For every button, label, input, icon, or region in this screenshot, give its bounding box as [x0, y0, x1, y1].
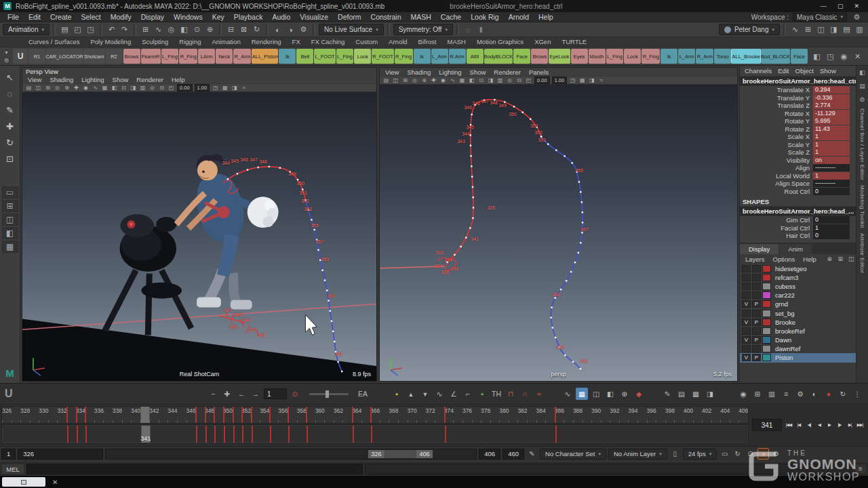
shelf-button-l-arm[interactable]: L_Arm — [678, 49, 695, 64]
snap-grid-icon[interactable]: ⊞ — [140, 24, 151, 35]
flat-tangent-icon[interactable]: ⌐ — [462, 388, 474, 400]
hik-icon[interactable]: ◉ — [838, 51, 850, 62]
viewport-toolbar-icon[interactable]: ◳ — [211, 84, 220, 92]
layer-row-piston[interactable]: VPPiston — [740, 353, 856, 362]
step-back-frame-button[interactable]: ◀| — [804, 420, 814, 430]
paint-select-tool[interactable]: ✎ — [2, 102, 18, 117]
menu-item-select[interactable]: Select — [77, 13, 106, 21]
keyframe-marker[interactable] — [214, 407, 215, 423]
channel-value-field[interactable]: 5.695 — [813, 117, 850, 125]
layer-editor-tab-anim[interactable]: Anim — [779, 244, 812, 254]
layer-row-set-bg[interactable]: set_bg — [740, 308, 856, 317]
layer-visibility-toggle[interactable] — [742, 327, 751, 335]
keyframe-marker[interactable] — [223, 407, 224, 423]
play-backwards-button[interactable]: ◀ — [814, 420, 824, 430]
shelf-button-r-arm[interactable]: R_Arm — [696, 49, 713, 64]
shelf-button-r2[interactable]: R2 — [106, 49, 123, 64]
viewport-toolbar-icon[interactable]: ◳ — [568, 77, 577, 84]
save-scene-icon[interactable]: ◳ — [85, 24, 96, 35]
playblast-icon[interactable]: ◉ — [737, 388, 749, 400]
layer-color-swatch[interactable] — [762, 345, 771, 352]
menu-item-file[interactable]: File — [3, 13, 24, 21]
range-slider[interactable]: 326 406 — [105, 449, 477, 460]
layer-color-swatch[interactable] — [762, 291, 771, 299]
close-shelf-icon[interactable]: ✕ — [852, 51, 863, 62]
shelf-button-ik[interactable]: Ik — [660, 49, 677, 64]
set-key-icon[interactable]: ◆ — [633, 388, 645, 400]
shelf-button-larm[interactable]: LArm — [198, 49, 215, 64]
auto-tangent-icon[interactable]: ≈ — [533, 388, 545, 400]
shelf-tab-motion-graphics[interactable]: Motion Graphics — [471, 37, 529, 47]
keyframe-marker[interactable] — [270, 426, 271, 443]
viewport-toolbar-icon[interactable]: ◎ — [53, 84, 62, 92]
record-icon[interactable]: ● — [757, 448, 769, 460]
layer-editor-tab-display[interactable]: Display — [740, 244, 778, 254]
command-language-button[interactable]: MEL — [1, 464, 24, 474]
viewport-toolbar-icon[interactable]: ⊟ — [157, 84, 166, 92]
key-up-icon[interactable]: ▴ — [405, 388, 417, 400]
layer-menu-layers[interactable]: Layers — [743, 256, 768, 263]
go-to-end-button[interactable]: ▶▶| — [855, 420, 865, 430]
render-icon[interactable]: ◐ — [272, 24, 283, 35]
channel-value-field[interactable]: 1 — [813, 172, 850, 180]
menu-item-visualize[interactable]: Visualize — [295, 13, 333, 21]
viewport-toolbar-icon[interactable]: ⊡ — [477, 77, 486, 84]
shelf-button-r-arm[interactable]: R_Arm — [233, 49, 251, 64]
viewport-toolbar-icon[interactable]: ◎ — [148, 84, 157, 92]
sidebar-tab-modeling-toolkit[interactable]: Modeling Toolkit — [859, 185, 865, 228]
step-forward-frame-button[interactable]: |▶ — [835, 420, 844, 430]
minimize-button[interactable] — [821, 3, 827, 9]
viewport-menu-lighting[interactable]: Lighting — [77, 76, 108, 83]
shelf-tab-turtle[interactable]: TURTLE — [556, 37, 592, 47]
channelbox-menu-object[interactable]: Object — [793, 67, 816, 75]
layer-playback-toggle[interactable] — [752, 310, 761, 317]
channelbox-icon[interactable]: ▥ — [854, 24, 865, 35]
layout-multi-pane[interactable]: ▦ — [2, 241, 18, 253]
channel-value-field[interactable]: 0.294 — [813, 86, 850, 94]
layer-color-swatch[interactable] — [762, 265, 771, 272]
shelf-button-eyes[interactable]: Eyes — [571, 49, 588, 64]
step-forward-key-button[interactable]: ▶| — [845, 420, 854, 430]
channelbox-menu-edit[interactable]: Edit — [775, 67, 791, 75]
viewport-toolbar-icon[interactable]: ◨ — [486, 77, 495, 84]
rotate-tool[interactable]: ↻ — [2, 135, 18, 150]
spline-tangent-icon[interactable]: ∿ — [433, 388, 446, 400]
refresh-icon[interactable]: ↻ — [837, 388, 849, 400]
layout-four-pane[interactable]: ⊞ — [2, 200, 18, 212]
shelf-tab-fx-caching[interactable]: FX Caching — [306, 37, 351, 47]
timeline-ruler[interactable]: 3263283303323343363383403423443463483503… — [1, 406, 749, 424]
shelf-button-mouth[interactable]: Mouth — [589, 49, 606, 64]
keyframe-marker[interactable] — [288, 407, 289, 423]
channel-value-field[interactable]: 0 — [813, 188, 850, 195]
viewport-value-field[interactable]: 0.00 — [534, 77, 550, 84]
pause-viewport-icon[interactable]: ‖ — [475, 24, 487, 35]
pivot-icon[interactable]: ⊕ — [618, 388, 631, 400]
playback-start-field[interactable]: 326 — [18, 449, 103, 460]
channel-value-field[interactable]: ---------- — [813, 180, 850, 187]
viewport-toolbar-icon[interactable]: ∿ — [448, 77, 457, 84]
anim-end-field[interactable]: 460 — [502, 449, 524, 460]
hud-icon[interactable]: ▥ — [766, 388, 778, 400]
keyframe-marker[interactable] — [307, 426, 308, 443]
sidebar-tab-channel-box-layer-editor[interactable]: Channel Box / Layer Editor — [859, 108, 865, 180]
shelf-button-r1[interactable]: R1 — [28, 49, 45, 64]
shelf-editor-icon[interactable]: ◧ — [811, 51, 823, 62]
viewport-value-field[interactable]: 1.00 — [195, 84, 210, 92]
shift-keys-left-icon[interactable]: ← — [235, 388, 248, 400]
th-toggle-button[interactable]: TH — [490, 388, 502, 400]
time-editor-icon[interactable]: ◨ — [704, 388, 716, 400]
scale-tool[interactable]: ⊡ — [2, 151, 18, 166]
viewport-menu-help[interactable]: Help — [167, 76, 189, 83]
camera-icon[interactable]: ⊞ — [751, 388, 764, 400]
keyframe-marker[interactable] — [205, 426, 207, 443]
menu-item-cache[interactable]: Cache — [436, 13, 466, 21]
viewport-menu-show[interactable]: Show — [466, 68, 490, 76]
buffer-curves-icon[interactable]: ∿ — [561, 388, 574, 400]
shelf-button-ik[interactable]: Ik — [279, 49, 296, 64]
range-block[interactable]: 326 406 — [368, 450, 433, 458]
viewport-toolbar-icon[interactable]: ◨ — [129, 84, 138, 92]
shelf-tab-fx[interactable]: FX — [287, 37, 306, 47]
channel-value-field[interactable]: on — [813, 157, 850, 164]
keyframe-marker[interactable] — [67, 426, 68, 443]
viewport-toolbar-icon[interactable]: ✚ — [72, 84, 81, 92]
